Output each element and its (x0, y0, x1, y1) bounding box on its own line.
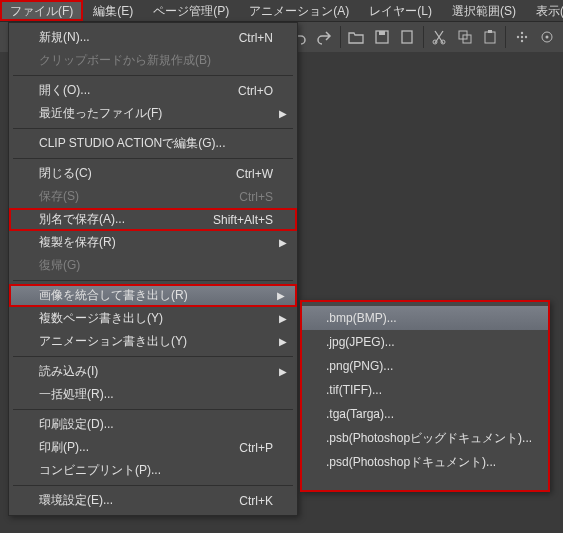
submenu-arrow-icon: ▶ (279, 313, 287, 324)
export-format-item[interactable]: .png(PNG)... (302, 354, 548, 378)
menu-item-label: クリップボードから新規作成(B) (39, 52, 273, 69)
folder-icon[interactable] (345, 25, 368, 49)
menu-item-shortcut: Ctrl+K (239, 494, 273, 508)
menu-item-label: 新規(N)... (39, 29, 229, 46)
export-submenu: .bmp(BMP)....jpg(JPEG)....png(PNG)....ti… (300, 300, 550, 492)
submenu-arrow-icon: ▶ (277, 290, 285, 301)
menu-view[interactable]: 表示(V) (526, 0, 563, 21)
menu-separator (13, 409, 293, 410)
menu-item-6[interactable]: CLIP STUDIO ACTIONで編集(G)... (9, 132, 297, 155)
doc-icon[interactable] (395, 25, 418, 49)
menu-item-22[interactable]: 印刷(P)...Ctrl+P (9, 436, 297, 459)
export-format-item[interactable]: .bmp(BMP)... (302, 306, 548, 330)
menu-item-10[interactable]: 別名で保存(A)...Shift+Alt+S (9, 208, 297, 231)
svg-point-11 (525, 36, 527, 38)
menu-item-label: 環境設定(E)... (39, 492, 229, 509)
copy-icon[interactable] (453, 25, 476, 49)
menu-item-label: CLIP STUDIO ACTIONで編集(G)... (39, 135, 273, 152)
svg-point-9 (517, 36, 519, 38)
menubar: ファイル(F) 編集(E) ページ管理(P) アニメーション(A) レイヤー(L… (0, 0, 563, 22)
dots-icon[interactable] (510, 25, 533, 49)
svg-rect-8 (488, 30, 492, 33)
export-format-label: .psd(Photoshopドキュメント)... (326, 454, 496, 471)
menu-item-14[interactable]: 画像を統合して書き出し(R)▶ (9, 284, 297, 307)
file-menu-dropdown: 新規(N)...Ctrl+Nクリップボードから新規作成(B)開く(O)...Ct… (8, 22, 298, 516)
menu-item-16[interactable]: アニメーション書き出し(Y)▶ (9, 330, 297, 353)
redo-icon[interactable] (313, 25, 336, 49)
menu-item-18[interactable]: 読み込み(I)▶ (9, 360, 297, 383)
menu-item-label: 開く(O)... (39, 82, 228, 99)
menu-separator (13, 356, 293, 357)
submenu-arrow-icon: ▶ (279, 108, 287, 119)
export-format-label: .tif(TIFF)... (326, 383, 382, 397)
menu-item-23[interactable]: コンビニプリント(P)... (9, 459, 297, 482)
menu-item-label: 複数ページ書き出し(Y) (39, 310, 273, 327)
menu-layer[interactable]: レイヤー(L) (359, 0, 442, 21)
submenu-arrow-icon: ▶ (279, 336, 287, 347)
menu-item-15[interactable]: 複数ページ書き出し(Y)▶ (9, 307, 297, 330)
svg-rect-1 (379, 31, 385, 35)
menu-item-shortcut: Ctrl+W (236, 167, 273, 181)
menu-item-label: 印刷設定(D)... (39, 416, 273, 433)
toolbar-separator (423, 26, 424, 48)
menu-item-12: 復帰(G) (9, 254, 297, 277)
menu-item-1: クリップボードから新規作成(B) (9, 49, 297, 72)
export-format-label: .jpg(JPEG)... (326, 335, 395, 349)
menu-animation[interactable]: アニメーション(A) (239, 0, 359, 21)
export-format-label: .tga(Targa)... (326, 407, 394, 421)
toolbar-separator (505, 26, 506, 48)
menu-item-label: 復帰(G) (39, 257, 273, 274)
menu-separator (13, 280, 293, 281)
menu-item-label: 印刷(P)... (39, 439, 229, 456)
menu-item-label: 保存(S) (39, 188, 229, 205)
menu-item-11[interactable]: 複製を保存(R)▶ (9, 231, 297, 254)
menu-file[interactable]: ファイル(F) (0, 0, 83, 21)
menu-item-8[interactable]: 閉じる(C)Ctrl+W (9, 162, 297, 185)
svg-rect-2 (402, 31, 412, 43)
target-icon[interactable] (536, 25, 559, 49)
svg-rect-7 (485, 32, 495, 43)
menu-item-shortcut: Ctrl+N (239, 31, 273, 45)
menu-item-3[interactable]: 開く(O)...Ctrl+O (9, 79, 297, 102)
menu-item-label: 複製を保存(R) (39, 234, 273, 251)
menu-item-label: 別名で保存(A)... (39, 211, 203, 228)
export-format-label: .bmp(BMP)... (326, 311, 397, 325)
menu-item-label: アニメーション書き出し(Y) (39, 333, 273, 350)
menu-item-label: 読み込み(I) (39, 363, 273, 380)
menu-page[interactable]: ページ管理(P) (143, 0, 239, 21)
menu-selection[interactable]: 選択範囲(S) (442, 0, 526, 21)
menu-item-9: 保存(S)Ctrl+S (9, 185, 297, 208)
submenu-arrow-icon: ▶ (279, 237, 287, 248)
export-format-item[interactable]: .psd(Photoshopドキュメント)... (302, 450, 548, 474)
menu-item-0[interactable]: 新規(N)...Ctrl+N (9, 26, 297, 49)
cut-icon[interactable] (428, 25, 451, 49)
svg-point-15 (546, 36, 549, 39)
menu-item-4[interactable]: 最近使ったファイル(F)▶ (9, 102, 297, 125)
menu-item-shortcut: Ctrl+P (239, 441, 273, 455)
svg-point-10 (521, 36, 523, 38)
export-format-item[interactable]: .tif(TIFF)... (302, 378, 548, 402)
menu-separator (13, 485, 293, 486)
menu-item-shortcut: Ctrl+O (238, 84, 273, 98)
menu-separator (13, 158, 293, 159)
export-format-item[interactable]: .jpg(JPEG)... (302, 330, 548, 354)
menu-item-19[interactable]: 一括処理(R)... (9, 383, 297, 406)
menu-item-25[interactable]: 環境設定(E)...Ctrl+K (9, 489, 297, 512)
menu-separator (13, 128, 293, 129)
export-format-item[interactable]: .tga(Targa)... (302, 402, 548, 426)
submenu-arrow-icon: ▶ (279, 366, 287, 377)
export-format-label: .psb(Photoshopビッグドキュメント)... (326, 430, 532, 447)
export-format-item[interactable]: .psb(Photoshopビッグドキュメント)... (302, 426, 548, 450)
save-icon[interactable] (370, 25, 393, 49)
menu-item-21[interactable]: 印刷設定(D)... (9, 413, 297, 436)
menu-item-label: 画像を統合して書き出し(R) (39, 287, 273, 304)
paste-icon[interactable] (478, 25, 501, 49)
menu-separator (13, 75, 293, 76)
menu-item-shortcut: Ctrl+S (239, 190, 273, 204)
svg-point-13 (521, 40, 523, 42)
menu-item-label: 一括処理(R)... (39, 386, 273, 403)
menu-item-shortcut: Shift+Alt+S (213, 213, 273, 227)
svg-point-12 (521, 32, 523, 34)
menu-item-label: 閉じる(C) (39, 165, 226, 182)
menu-edit[interactable]: 編集(E) (83, 0, 143, 21)
